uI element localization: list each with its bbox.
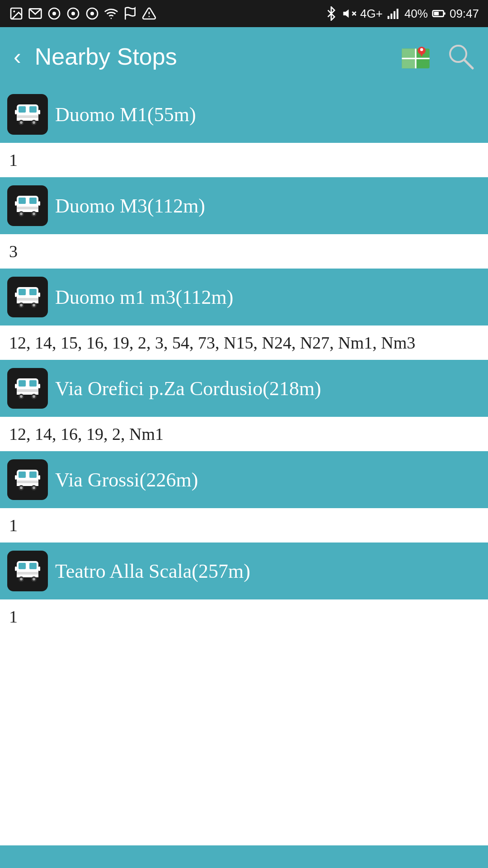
map-icon-button[interactable] bbox=[398, 38, 434, 75]
svg-point-47 bbox=[20, 212, 23, 215]
svg-rect-73 bbox=[38, 384, 40, 388]
status-bar-left bbox=[9, 6, 156, 21]
svg-rect-31 bbox=[19, 106, 26, 113]
svg-point-82 bbox=[33, 486, 35, 489]
svg-rect-61 bbox=[15, 292, 17, 297]
svg-rect-16 bbox=[388, 16, 389, 19]
svg-point-38 bbox=[33, 121, 35, 124]
bus-icon-2 bbox=[13, 283, 42, 311]
svg-point-1 bbox=[13, 10, 15, 12]
stop-name-3: Via Orefici p.Za Cordusio(218m) bbox=[55, 377, 321, 400]
stop-routes-3: 12, 14, 16, 19, 2, Nm1 bbox=[0, 417, 488, 451]
svg-point-91 bbox=[20, 578, 23, 580]
stop-routes-0: 1 bbox=[0, 143, 488, 177]
stop-name-2: Duomo m1 m3(112m) bbox=[55, 286, 233, 309]
flag-icon bbox=[123, 6, 137, 21]
wifi-icon bbox=[104, 6, 118, 21]
stop-header-1[interactable]: Duomo M3(112m) bbox=[0, 177, 488, 234]
status-bar: 4G+ 40% 09:47 bbox=[0, 0, 488, 27]
stop-name-5: Teatro Alla Scala(257m) bbox=[55, 560, 250, 583]
stop-routes-2: 12, 14, 15, 16, 19, 2, 3, 54, 73, N15, N… bbox=[0, 326, 488, 360]
bottom-bar bbox=[0, 845, 488, 868]
svg-point-6 bbox=[71, 12, 75, 15]
chrome3-icon bbox=[85, 6, 99, 21]
svg-rect-76 bbox=[29, 472, 37, 478]
svg-rect-50 bbox=[15, 201, 17, 206]
stop-name-0: Duomo M1(55m) bbox=[55, 103, 196, 126]
svg-rect-40 bbox=[38, 110, 40, 114]
svg-line-29 bbox=[464, 60, 473, 68]
map-icon bbox=[400, 41, 432, 72]
network-label: 4G+ bbox=[360, 7, 383, 21]
stop-icon-box-1 bbox=[7, 185, 48, 226]
svg-rect-51 bbox=[38, 201, 40, 206]
app-title: Nearby Stops bbox=[35, 43, 389, 70]
svg-point-36 bbox=[20, 121, 23, 124]
svg-point-9 bbox=[111, 18, 112, 19]
svg-rect-18 bbox=[394, 11, 395, 19]
svg-point-8 bbox=[90, 12, 94, 15]
time-label: 09:47 bbox=[450, 7, 479, 21]
mail-icon bbox=[28, 6, 42, 21]
stop-header-2[interactable]: Duomo m1 m3(112m) bbox=[0, 269, 488, 326]
svg-point-4 bbox=[52, 12, 56, 15]
stop-icon-box-4 bbox=[7, 459, 48, 500]
chrome-icon bbox=[47, 6, 61, 21]
mute-icon bbox=[342, 6, 357, 21]
svg-rect-21 bbox=[434, 12, 439, 15]
stop-header-5[interactable]: Teatro Alla Scala(257m) bbox=[0, 542, 488, 599]
battery-icon bbox=[432, 6, 446, 21]
svg-point-93 bbox=[33, 578, 35, 580]
bus-icon-3 bbox=[13, 374, 42, 403]
app-bar: ‹ Nearby Stops bbox=[0, 27, 488, 86]
svg-rect-94 bbox=[15, 566, 17, 571]
svg-point-58 bbox=[20, 304, 23, 307]
svg-rect-19 bbox=[397, 9, 399, 19]
svg-point-69 bbox=[20, 395, 23, 398]
stop-routes-5: 1 bbox=[0, 599, 488, 634]
svg-rect-87 bbox=[29, 563, 37, 569]
svg-marker-13 bbox=[343, 9, 349, 18]
svg-rect-62 bbox=[38, 292, 40, 297]
svg-rect-65 bbox=[29, 380, 37, 387]
stop-name-1: Duomo M3(112m) bbox=[55, 194, 205, 217]
bus-icon-5 bbox=[13, 557, 42, 585]
svg-rect-32 bbox=[29, 106, 37, 113]
search-icon-button[interactable] bbox=[443, 38, 479, 75]
stop-list: Duomo M1(55m) 1 Duomo M3(112m) 3 bbox=[0, 86, 488, 634]
svg-rect-86 bbox=[19, 563, 26, 569]
warning-icon bbox=[142, 6, 156, 21]
signal-icon bbox=[386, 6, 401, 21]
svg-point-60 bbox=[33, 304, 35, 307]
stop-icon-box-2 bbox=[7, 277, 48, 317]
svg-rect-54 bbox=[29, 289, 37, 295]
svg-point-71 bbox=[33, 395, 35, 398]
svg-point-80 bbox=[20, 486, 23, 489]
bus-icon-4 bbox=[13, 465, 42, 494]
search-icon bbox=[446, 42, 475, 71]
battery-label: 40% bbox=[404, 7, 428, 21]
bluetooth-icon bbox=[324, 6, 338, 21]
chrome2-icon bbox=[66, 6, 80, 21]
svg-rect-42 bbox=[19, 198, 26, 204]
stop-header-0[interactable]: Duomo M1(55m) bbox=[0, 86, 488, 143]
back-button[interactable]: ‹ bbox=[9, 39, 26, 74]
svg-point-27 bbox=[420, 48, 423, 51]
svg-rect-17 bbox=[390, 14, 392, 19]
stop-icon-box-0 bbox=[7, 94, 48, 135]
stop-icon-box-3 bbox=[7, 368, 48, 409]
svg-rect-72 bbox=[15, 384, 17, 388]
stop-routes-4: 1 bbox=[0, 508, 488, 542]
stop-header-3[interactable]: Via Orefici p.Za Cordusio(218m) bbox=[0, 360, 488, 417]
image-icon bbox=[9, 6, 23, 21]
svg-rect-95 bbox=[38, 566, 40, 571]
stop-routes-1: 3 bbox=[0, 234, 488, 269]
svg-rect-64 bbox=[19, 380, 26, 387]
svg-point-12 bbox=[149, 16, 150, 17]
svg-rect-75 bbox=[19, 472, 26, 478]
svg-rect-84 bbox=[38, 475, 40, 480]
bus-icon-1 bbox=[13, 191, 42, 220]
stop-icon-box-5 bbox=[7, 551, 48, 591]
stop-header-4[interactable]: Via Grossi(226m) bbox=[0, 451, 488, 508]
svg-point-49 bbox=[33, 212, 35, 215]
